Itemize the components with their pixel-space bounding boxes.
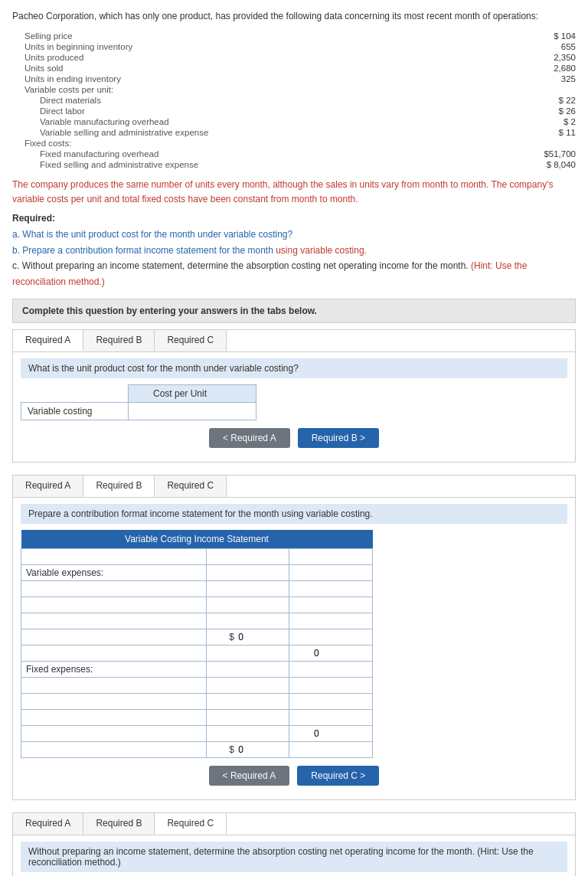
section-b-nav: < Required A Required C > (21, 766, 567, 786)
variable-exp-row6-col1[interactable] (211, 648, 285, 659)
variable-exp-col1-1[interactable] (211, 567, 285, 578)
variable-costs-value (514, 85, 576, 94)
variable-exp-row6-col2[interactable] (314, 648, 368, 659)
tab-required-c-2[interactable]: Required C (155, 476, 227, 497)
variable-costing-input[interactable] (135, 406, 250, 417)
income-input-title1[interactable] (26, 551, 201, 562)
required-item-c: c. Without preparing an income statement… (12, 258, 576, 289)
variable-exp-col2-1[interactable] (294, 567, 368, 578)
variable-costing-label: Variable costing (21, 402, 129, 420)
fixed-exp-row3-col1[interactable] (211, 696, 285, 707)
section-a-tabs-container: Required A Required B Required C What is… (12, 329, 576, 463)
fixed-exp-row5-col2[interactable] (314, 728, 368, 739)
variable-mfg-overhead-label: Variable manufacturing overhead (40, 117, 169, 126)
units-beginning-value: 655 (514, 42, 576, 51)
unit-cost-table: Cost per Unit Variable costing (21, 384, 256, 420)
fixed-exp-row2-label[interactable] (26, 680, 201, 691)
section-a-next-button[interactable]: Required B > (298, 428, 379, 448)
variable-exp-row4-label[interactable] (26, 616, 201, 626)
section-c-tab-content: Without preparing an income statement, d… (13, 835, 575, 876)
fixed-exp-row4-col1[interactable] (211, 712, 285, 723)
income-col2-input1[interactable] (294, 551, 368, 562)
variable-exp-row3-col1[interactable] (211, 600, 285, 610)
dollar-sign-1: $ (229, 632, 236, 642)
required-item-b: b. Prepare a contribution format income … (12, 243, 576, 258)
fixed-exp-col2-1[interactable] (294, 664, 368, 675)
units-produced-label: Units produced (24, 53, 83, 62)
fixed-expenses-label-cell: Fixed expenses: (21, 661, 207, 677)
cost-per-unit-header: Cost per Unit (129, 384, 256, 402)
units-ending-label: Units in ending inventory (24, 74, 121, 83)
fixed-costs-label: Fixed costs: (24, 139, 71, 148)
variable-exp-row6-label[interactable] (26, 648, 201, 659)
tab-required-b-3[interactable]: Required B (83, 813, 155, 835)
variable-selling-value: $ 11 (514, 128, 576, 137)
fixed-exp-row6-col2[interactable] (294, 744, 368, 755)
variable-exp-row4-col1[interactable] (211, 616, 285, 626)
variable-costing-input-cell[interactable] (129, 402, 256, 420)
fixed-exp-row2-col2[interactable] (294, 680, 368, 691)
variable-exp-row2-label[interactable] (26, 583, 201, 594)
fixed-exp-row6-col1[interactable] (238, 744, 284, 755)
statement-note: The company produces the same number of … (12, 178, 576, 207)
direct-materials-label: Direct materials (40, 96, 101, 105)
units-sold-value: 2,680 (514, 64, 576, 73)
tab-required-b-2[interactable]: Required B (83, 476, 155, 497)
fixed-exp-row4-label[interactable] (26, 712, 201, 723)
section-a-description: What is the unit product cost for the mo… (21, 358, 567, 378)
tab-required-a-3[interactable]: Required A (13, 813, 83, 835)
fixed-selling-value: $ 8,040 (514, 160, 576, 169)
section-b-tab-content: Prepare a contribution format income sta… (13, 498, 575, 799)
section-a-tab-content: What is the unit product cost for the mo… (13, 352, 575, 462)
variable-exp-row2-col1[interactable] (211, 583, 285, 594)
fixed-exp-row5-label[interactable] (26, 728, 201, 739)
fixed-exp-row2-col1[interactable] (211, 680, 285, 691)
variable-exp-row2-col2[interactable] (294, 583, 368, 594)
fixed-mfg-overhead-label: Fixed manufacturing overhead (40, 149, 158, 159)
intro-text: Pacheo Corporation, which has only one p… (12, 9, 576, 23)
income-col1-input1[interactable] (211, 551, 285, 562)
variable-exp-row5-label[interactable] (26, 632, 201, 642)
variable-exp-row5-col1[interactable] (238, 632, 284, 642)
tab-required-a-2[interactable]: Required A (13, 476, 83, 497)
direct-labor-label: Direct labor (40, 106, 85, 116)
variable-exp-row4-col2[interactable] (294, 616, 368, 626)
income-col1-blank1[interactable] (206, 548, 289, 564)
fixed-exp-row4-col2[interactable] (294, 712, 368, 723)
direct-materials-value: $ 22 (514, 96, 576, 105)
variable-mfg-overhead-value: $ 2 (514, 117, 576, 126)
tab-required-c-1[interactable]: Required C (155, 330, 227, 351)
tab-required-c-3[interactable]: Required C (155, 813, 227, 835)
variable-exp-row3-label[interactable] (26, 600, 201, 610)
section-b-tabs-container: Required A Required B Required C Prepare… (12, 475, 576, 800)
tab-required-a-1[interactable]: Required A (13, 330, 83, 351)
fixed-exp-row3-col2[interactable] (294, 696, 368, 707)
section-a-nav: < Required A Required B > (21, 428, 567, 448)
income-col2-blank1[interactable] (289, 548, 373, 564)
section-c-tabs-container: Required A Required B Required C Without… (12, 812, 576, 876)
section-a-prev-button[interactable]: < Required A (209, 428, 290, 448)
fixed-exp-row5-col1[interactable] (211, 728, 285, 739)
units-ending-value: 325 (514, 74, 576, 83)
tab-required-b-1[interactable]: Required B (83, 330, 155, 351)
required-list: a. What is the unit product cost for the… (12, 227, 576, 289)
question-box: Complete this question by entering your … (12, 299, 576, 323)
variable-costs-label: Variable costs per unit: (24, 85, 113, 94)
section-b-prev-button[interactable]: < Required A (209, 766, 290, 786)
income-statement-table: Variable Costing Income Statement Variab… (21, 530, 373, 758)
units-sold-label: Units sold (24, 64, 64, 73)
fixed-selling-label: Fixed selling and administrative expense (40, 160, 198, 169)
fixed-mfg-overhead-value: $51,700 (514, 149, 576, 159)
section-b-next-button[interactable]: Required C > (297, 766, 379, 786)
fixed-exp-row6-label[interactable] (26, 744, 201, 755)
variable-exp-row3-col2[interactable] (294, 600, 368, 610)
fixed-exp-col1-1[interactable] (211, 664, 285, 675)
units-beginning-label: Units in beginning inventory (24, 42, 132, 51)
variable-exp-row5-col2[interactable] (294, 632, 368, 642)
selling-price-value: $ 104 (514, 31, 576, 41)
income-row-blank1[interactable] (21, 548, 207, 564)
section-a-tabs-header: Required A Required B Required C (13, 330, 575, 352)
fixed-exp-row3-label[interactable] (26, 696, 201, 707)
dollar-sign-2: $ (229, 744, 236, 755)
selling-price-label: Selling price (24, 31, 73, 41)
